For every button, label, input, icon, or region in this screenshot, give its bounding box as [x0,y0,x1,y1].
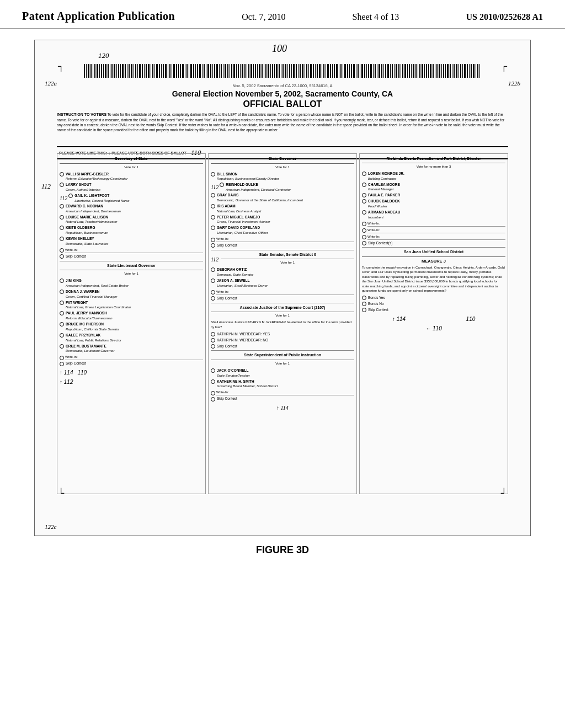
bubble-c1-4 [60,215,64,220]
svg-rect-8 [101,64,102,78]
col1-skip: Skip Contest [60,254,203,259]
svg-rect-152 [409,64,410,78]
svg-rect-73 [240,64,241,78]
svg-rect-151 [407,64,408,78]
col1-s2-c1: DONNA J. WARREN Green, Certified Financi… [60,289,203,299]
corner-arrow-tl: ┐ [58,61,64,71]
col3-wi-2: Write-In: [362,234,505,240]
svg-rect-159 [424,64,425,78]
svg-rect-178 [464,64,466,78]
marker-114-col1: ↑ 114 [60,368,73,377]
barcode-svg [84,64,481,78]
col1-writein-label: Write-In: [65,248,203,253]
svg-rect-185 [479,64,480,78]
bubble-c1s2-6 [60,344,64,349]
col2-s4-write-in: Write-In: [211,390,354,395]
svg-rect-126 [353,64,355,78]
bubble-c1s2-skip [60,362,64,366]
col1-bottom-markers: ↑ 114 110 [60,368,203,377]
svg-rect-177 [462,64,463,78]
bubble-c2-2 [211,193,215,197]
svg-rect-148 [401,64,401,78]
svg-rect-136 [375,64,376,78]
col1-s2-c3: PAUL JERRY HANNOSH Reform, Educator/Busi… [60,311,203,321]
svg-rect-80 [255,64,256,78]
svg-rect-106 [310,64,312,78]
col2-s4-c0: JACK O'CONNELL State Senator/Teacher [211,368,354,378]
col2-skip: Skip Contest [211,243,354,248]
svg-rect-141 [385,64,386,78]
svg-rect-110 [319,64,321,78]
svg-rect-43 [176,64,177,78]
page-container: Patent Application Publication Oct. 7, 2… [0,0,565,728]
svg-rect-173 [454,64,455,78]
ballot-title-main: General Election November 5, 2002, Sacra… [35,89,530,98]
svg-rect-98 [293,64,295,78]
svg-rect-87 [270,64,271,78]
col1-title: Secretary of State [60,156,203,164]
bubble-c1s2-4 [60,322,64,326]
svg-rect-127 [356,64,356,78]
col2-inline-112b: 112 [211,255,218,264]
svg-rect-35 [159,64,160,78]
bubble-c1s2-1 [60,290,64,294]
svg-rect-28 [144,64,145,78]
bubble-c3-4 [362,210,366,215]
col2-s2-c0: DEBORAH ORTIZ Democrat, State Senator [211,267,354,277]
col1-candidate-0: VALLI SHARPE-GEISLER Reform, Educator/Te… [60,172,203,182]
svg-rect-37 [163,64,164,78]
svg-rect-67 [227,64,228,78]
bubble-c1s2-0 [60,279,64,283]
svg-rect-16 [118,64,119,78]
svg-rect-142 [387,64,389,78]
ballot-col-1: Secretary of State Vote for 1 VALLI SHAR… [57,153,206,494]
svg-rect-36 [161,64,162,78]
svg-rect-49 [189,64,189,78]
svg-rect-171 [450,64,451,78]
svg-rect-146 [396,64,397,78]
svg-rect-160 [426,64,427,78]
col2-s2-c1: JASON A. SEWELL Libertarian, Small Busin… [211,278,354,288]
svg-rect-34 [156,64,158,78]
svg-rect-92 [281,64,281,78]
svg-rect-58 [207,64,209,78]
svg-rect-122 [344,64,346,78]
col2-s3-no: KATHRYN M. WERDEGAR: NO [211,338,354,343]
col2-s3-text: Shall Associate Justice KATHRYN M. WERDE… [211,320,354,330]
svg-rect-59 [210,64,211,78]
bubble-c3-wi1 [362,228,366,233]
svg-rect-47 [185,64,185,78]
bubble-c2-4 [211,215,215,220]
svg-rect-97 [291,64,292,78]
svg-rect-166 [439,64,440,78]
svg-rect-179 [467,64,468,78]
bubble-c2s2-1 [211,279,215,283]
svg-rect-96 [289,64,290,78]
svg-rect-41 [172,64,172,78]
col2-s2-votefor: Vote for 1 [221,260,354,265]
svg-rect-165 [436,64,438,78]
svg-rect-23 [134,64,134,78]
svg-rect-131 [364,64,365,78]
col2-div3 [211,350,354,351]
col2-s2-write-in: Write-In: [211,290,354,295]
col2-votefor: Vote for 1 [211,165,354,170]
bubble-c3-wi0 [362,222,366,226]
svg-rect-17 [120,64,121,78]
svg-rect-24 [135,64,136,78]
col3-title: Rio Linda-Elverta Recreation and Park Di… [362,156,505,163]
col2-inline-112: 112 [211,183,218,191]
corner-arrow-br: ┘ [501,488,507,498]
bubble-c3-2 [362,193,366,197]
svg-rect-4 [93,64,93,78]
svg-rect-175 [459,64,459,78]
svg-rect-7 [99,64,100,78]
col3-c4: ARMAND NADEAU Incumbent [362,210,505,220]
col2-s3-yes: KATHRYN M. WERDEGAR: YES [211,331,354,337]
svg-rect-157 [419,64,420,78]
marker-114-col3: ↑ 114 [392,315,406,323]
svg-rect-134 [370,64,372,78]
svg-rect-172 [452,64,452,78]
marker-122c: 122c [45,523,56,530]
bubble-c3-skip2 [362,308,366,312]
